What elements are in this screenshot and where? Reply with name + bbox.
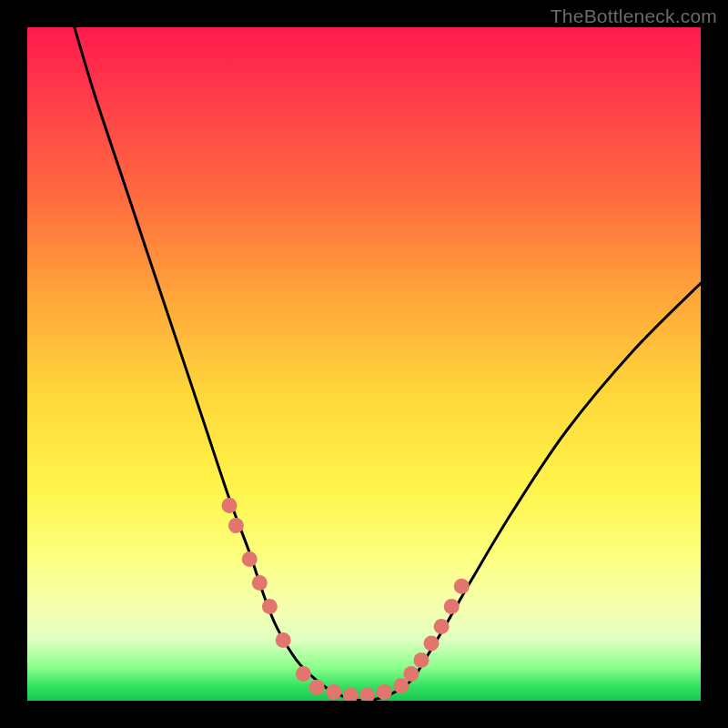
- data-point: [252, 575, 268, 591]
- data-point: [242, 551, 258, 567]
- data-point: [444, 599, 460, 614]
- data-point: [377, 684, 392, 700]
- data-point: [403, 666, 419, 682]
- data-point: [454, 579, 470, 594]
- data-point: [413, 652, 429, 668]
- data-point: [296, 666, 311, 682]
- data-point: [343, 688, 359, 701]
- watermark-text: TheBottleneck.com: [551, 5, 717, 27]
- chart-svg: [27, 27, 701, 701]
- data-point: [434, 619, 450, 634]
- data-point: [309, 680, 325, 695]
- bottleneck-curve-path: [75, 27, 701, 701]
- data-point: [359, 688, 375, 701]
- bottleneck-curve: [75, 27, 701, 701]
- data-point: [424, 636, 440, 652]
- data-point: [222, 498, 238, 513]
- data-point: [276, 632, 291, 648]
- chart-plot-area: [27, 27, 701, 701]
- data-point: [228, 518, 244, 533]
- data-point: [326, 684, 341, 700]
- data-point: [393, 678, 409, 693]
- chart-frame: TheBottleneck.com: [0, 0, 728, 728]
- scatter-dots: [222, 498, 470, 701]
- data-point: [262, 599, 278, 614]
